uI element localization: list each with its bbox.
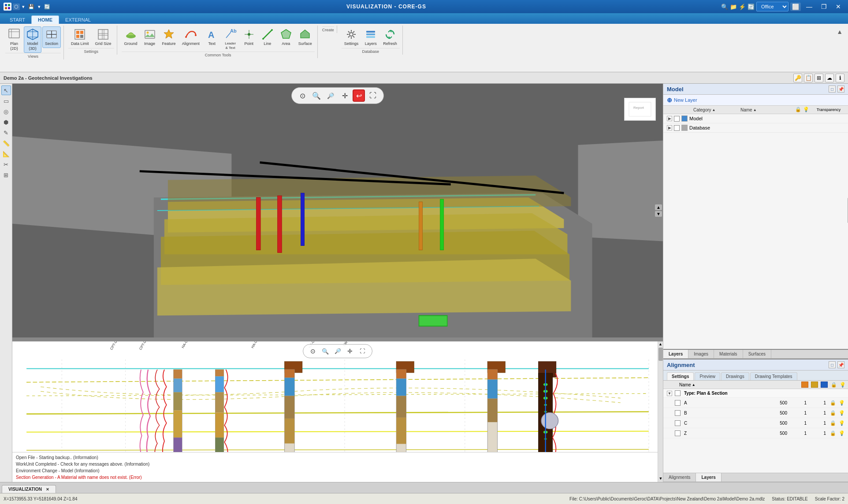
proj-icon-info[interactable]: ℹ [836, 74, 844, 82]
window-close[interactable]: ✕ [832, 0, 844, 13]
align-type-cb[interactable] [675, 390, 681, 396]
align-lock-b[interactable]: 🔒 [829, 409, 837, 416]
2d-tool-fullscreen[interactable]: ⛶ [357, 346, 368, 356]
3d-tool-pan[interactable]: ✛ [338, 89, 351, 102]
window-minimize[interactable]: — [803, 0, 816, 13]
align-panel-icon-pin[interactable]: 📌 [837, 361, 844, 368]
nav-tab-home[interactable]: HOME [31, 15, 59, 24]
align-row-a[interactable]: A 500 1 1 🔒 💡 [663, 398, 848, 408]
align-tab-settings[interactable]: Settings [667, 372, 694, 380]
office-dropdown[interactable]: Office Home Remote [756, 2, 788, 11]
window-restore[interactable]: ❐ [818, 0, 830, 13]
align-cb-b[interactable] [675, 410, 681, 416]
panel-tab-surfaces[interactable]: Surfaces [743, 350, 771, 358]
ribbon-btn-layers[interactable]: Layers [362, 26, 379, 48]
canvas-3d[interactable]: ⊙ 🔍 🔎 ✛ ↩ ⛶ Report ▲ ▼ [12, 84, 663, 339]
ribbon-btn-point[interactable]: Point [240, 26, 258, 48]
3d-tool-zoomout[interactable]: 🔎 [324, 89, 337, 102]
ribbon-btn-line[interactable]: Line [259, 26, 276, 48]
panel-tab-images[interactable]: Images [688, 350, 714, 358]
3d-tool-eye[interactable]: ⊙ [296, 89, 309, 102]
bottom-tab-visualization[interactable]: VISUALIZATION ✕ [2, 485, 56, 493]
col-hdr-category[interactable]: Category ▲ [693, 107, 739, 112]
align-bottom-tab-alignments[interactable]: Alignments [663, 473, 696, 482]
tool-polygon[interactable]: ⬢ [1, 117, 11, 127]
align-cb-a[interactable] [675, 400, 681, 406]
ribbon-btn-text[interactable]: A Text [203, 26, 221, 48]
toolbar-icon-4[interactable]: 🔄 [748, 4, 755, 10]
ribbon-btn-settings[interactable]: Settings [342, 26, 361, 48]
align-lock-c[interactable]: 🔒 [829, 419, 837, 426]
align-lock-a[interactable]: 🔒 [829, 399, 837, 406]
align-bulb-c[interactable]: 💡 [838, 419, 845, 426]
nav-tab-start[interactable]: START [4, 16, 31, 24]
layer-cb-database[interactable] [674, 125, 680, 131]
align-expand[interactable]: ▼ [667, 391, 672, 396]
toolbar-icon-5[interactable]: ⬜ [790, 3, 801, 11]
layer-cb-model[interactable] [674, 116, 680, 122]
ribbon-btn-plan2d[interactable]: Plan(2D) [5, 26, 23, 53]
layer-row-database[interactable]: ▶ Database [663, 123, 848, 133]
ribbon-btn-datalimit[interactable]: Data Limit [68, 26, 92, 48]
expand-model[interactable]: ▶ [667, 116, 672, 121]
panel-tab-layers[interactable]: Layers [663, 350, 688, 358]
2d-scrollbar-down[interactable]: ▼ [658, 476, 663, 481]
align-lock-z[interactable]: 🔒 [829, 430, 837, 437]
2d-scrollbar-up[interactable]: ▲ [658, 341, 663, 347]
toolbar-icon-3[interactable]: ⚡ [739, 4, 746, 10]
ribbon-btn-image[interactable]: Image [141, 26, 159, 48]
proj-icon-grid[interactable]: ⊞ [815, 74, 823, 82]
col-hdr-name[interactable]: Name ▲ [740, 107, 793, 112]
canvas-2d[interactable]: CPT-01 CPT-02 HA-02 HA-03 HA-01 BWCPT-01… [12, 341, 663, 482]
3d-scroll-down[interactable]: ▼ [655, 211, 662, 217]
align-bottom-tab-layers[interactable]: Layers [696, 473, 721, 482]
toolbar-icon-1[interactable]: 🔍 [721, 4, 728, 10]
2d-scrollbar-thumb[interactable] [658, 348, 663, 361]
toolbar-icon-2[interactable]: 📁 [730, 4, 737, 10]
3d-tool-fullscreen[interactable]: ⛶ [367, 89, 379, 102]
2d-tool-eye[interactable]: ⊙ [308, 346, 318, 356]
align-bulb-z[interactable]: 💡 [838, 430, 845, 437]
ribbon-btn-section[interactable]: Section [42, 26, 61, 48]
tool-grid[interactable]: ⊞ [1, 170, 11, 180]
quick-access-icons[interactable]: ⬡ ▾ 💾 ▾ 🔄 [13, 4, 52, 10]
panel-tab-materials[interactable]: Materials [714, 350, 743, 358]
proj-icon-key[interactable]: 🔑 [793, 74, 802, 82]
ribbon-collapse-btn[interactable]: ▲ [834, 27, 845, 36]
layer-row-model[interactable]: ▶ Model [663, 114, 848, 123]
tool-cut[interactable]: ✂ [1, 159, 11, 169]
3d-tool-undo[interactable]: ↩ [353, 89, 365, 102]
ribbon-btn-alignment[interactable]: Alignment [179, 26, 202, 48]
ribbon-btn-gridsize[interactable]: Grid Size [93, 26, 114, 48]
3d-scroll-up[interactable]: ▲ [655, 204, 662, 210]
panel-icon-square[interactable]: □ [829, 85, 836, 93]
align-tab-drawings[interactable]: Drawings [721, 372, 749, 380]
align-row-z[interactable]: Z 500 1 1 🔒 💡 [663, 428, 848, 438]
new-layer-btn[interactable]: ⊕ New Layer [663, 95, 848, 106]
align-panel-icon-square[interactable]: □ [829, 361, 836, 368]
align-bulb-a[interactable]: 💡 [838, 399, 845, 406]
proj-icon-copy[interactable]: 📋 [804, 74, 813, 82]
align-tab-drawing-templates[interactable]: Drawing Templates [750, 372, 797, 380]
tool-circle[interactable]: ◎ [1, 107, 11, 116]
tool-pen[interactable]: ✎ [1, 128, 11, 137]
align-row-b[interactable]: B 500 1 1 🔒 💡 [663, 408, 848, 418]
align-tab-preview[interactable]: Preview [695, 372, 720, 380]
expand-database[interactable]: ▶ [667, 125, 672, 130]
panel-icon-pin[interactable]: 📌 [837, 85, 844, 93]
2d-tool-zoomout[interactable]: 🔎 [332, 346, 343, 356]
align-row-c[interactable]: C 500 1 1 🔒 💡 [663, 418, 848, 428]
tool-measure[interactable]: 📏 [1, 138, 11, 148]
tool-rect[interactable]: ▭ [1, 96, 11, 106]
ribbon-btn-ground[interactable]: Ground [122, 26, 140, 48]
2d-tool-pan[interactable]: ✛ [345, 346, 355, 356]
2d-tool-zoomin[interactable]: 🔍 [320, 346, 331, 356]
tool-select[interactable]: ↖ [1, 85, 11, 95]
align-bulb-b[interactable]: 💡 [838, 409, 845, 416]
proj-icon-cloud[interactable]: ☁ [825, 74, 834, 82]
ribbon-btn-model3d[interactable]: Model(3D) [24, 26, 41, 53]
align-cb-c[interactable] [675, 420, 681, 426]
bottom-tab-close[interactable]: ✕ [46, 487, 49, 492]
ribbon-btn-leadertext[interactable]: Abc Leader& Text [222, 26, 239, 52]
nav-tab-external[interactable]: EXTERNAL [59, 16, 97, 24]
